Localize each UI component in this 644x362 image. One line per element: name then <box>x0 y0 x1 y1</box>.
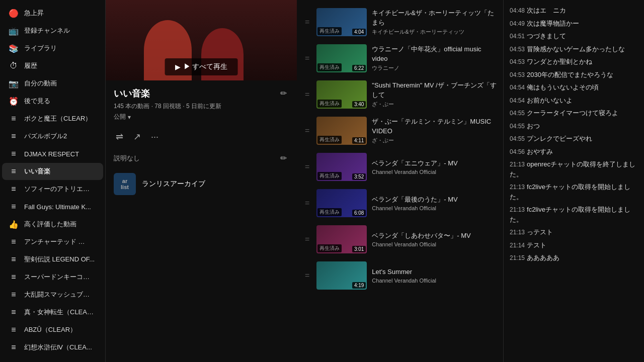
watched-badge: 再生済み <box>317 172 342 180</box>
video-title: ザ・ぶー「テルミン・テルミン」MUSIC VIDEO <box>372 117 497 135</box>
sidebar-item-playlist9[interactable]: ≡ スーパードンキーコ… <box>2 268 103 286</box>
duration-badge: 4:19 <box>352 282 366 289</box>
edit-description-icon[interactable]: ✏ <box>278 151 289 165</box>
chat-message: 04:54お前がいないよ <box>510 94 638 107</box>
video-info: キイチビール&ザ・ホーリーティッツ「たまら キイチビール&ザ・ホーリーティッツ <box>372 9 497 35</box>
video-item[interactable]: = 再生済み 3:40 "Sushi Theremin" MV /ザ・ブーチンズ… <box>297 76 503 113</box>
sidebar-label-playlist10: 大乱闘スマッシュブ… <box>24 290 90 299</box>
drag-handle-icon[interactable]: = <box>303 233 311 246</box>
sidebar-label-playlist3: DJMAX RESPECT <box>24 150 79 158</box>
chat-time: 21:14 <box>510 242 525 249</box>
drag-handle-icon[interactable]: = <box>303 88 311 101</box>
sidebar-icon-channels: 📺 <box>8 25 19 36</box>
duration-badge: 4:11 <box>352 137 366 144</box>
sidebar-item-playlist7[interactable]: ≡ アンチャーテッド … <box>2 233 103 250</box>
edit-title-icon[interactable]: ✏ <box>278 86 289 100</box>
duration-badge: 3:52 <box>352 173 366 180</box>
sidebar-item-history[interactable]: ⏱ 履歴 <box>2 57 103 74</box>
video-item[interactable]: = 再生済み 6:08 ベランダ「最後のうた」- MV Channel Vera… <box>297 185 503 221</box>
video-item[interactable]: = 4:19 Let's Summer Channel Verandah Off… <box>297 257 503 294</box>
chat-text: プンレクでビーズやれ <box>527 135 592 142</box>
chat-time: 04:53 <box>510 46 525 53</box>
sidebar-item-playlist13[interactable]: ≡ 幻想水滸伝Ⅳ（CLEA... <box>2 339 103 356</box>
chat-message: 04:532030年の配信でまたやろうな <box>510 68 638 81</box>
video-channel: Channel Verandah Official <box>372 205 497 211</box>
video-item[interactable]: = 再生済み 4:11 ザ・ぶー「テルミン・テルミン」MUSIC VIDEO ざ… <box>297 113 503 149</box>
sidebar-item-playlist3[interactable]: ≡ DJMAX RESPECT <box>2 145 103 162</box>
sidebar-item-playlist11[interactable]: ≡ 真・女神転生（CLEA… <box>2 304 103 321</box>
video-thumbnail: 再生済み 3:01 <box>316 225 367 253</box>
chat-message: 04:54俺はもういないよその頃 <box>510 81 638 94</box>
chat-time: 21:13 <box>510 229 525 236</box>
chat-time: 04:55 <box>510 123 525 130</box>
sidebar-item-channels[interactable]: 📺 登録チャンネル <box>2 22 103 39</box>
sidebar-item-liked[interactable]: 👍 高く評価した動画 <box>2 216 103 233</box>
watched-badge: 再生済み <box>317 27 342 35</box>
main-content: ▶ ▶ すべて再生 いい音楽 ✏ 145 本の動画 · 78 回視聴 · 5 日… <box>106 0 644 362</box>
drag-handle-icon[interactable]: = <box>303 124 311 137</box>
sidebar-item-kyuusho[interactable]: 🔴 急上昇 <box>2 5 103 22</box>
chat-text: 次は魔導物語かー <box>527 20 579 27</box>
sidebar-label-channels: 登録チャンネル <box>24 26 70 35</box>
chat-text: テスト <box>527 241 546 249</box>
sidebar-item-playlist12[interactable]: ≡ ABZÛ（CLEAR） <box>2 321 103 338</box>
chat-text: 次はエ ニカ <box>527 7 566 14</box>
duration-badge: 4:04 <box>352 29 366 35</box>
sidebar-item-playlist5[interactable]: ≡ ソフィーのアトリエ… <box>2 180 103 198</box>
sidebar-item-playlist10[interactable]: ≡ 大乱闘スマッシュブ… <box>2 286 103 303</box>
video-info: ザ・ぶー「テルミン・テルミン」MUSIC VIDEO ざ・ぶー <box>372 117 497 144</box>
chat-time: 21:13 <box>510 184 525 191</box>
video-item[interactable]: = 再生済み 6:22 ウラニーノ「中年花火」official music vi… <box>297 40 503 76</box>
chat-time: 04:53 <box>510 58 525 65</box>
sidebar-icon-library: 📚 <box>8 43 19 54</box>
sidebar-icon-playlist12: ≡ <box>8 324 19 335</box>
ranris-section[interactable]: ar list ランリスアーカイブ <box>106 168 297 200</box>
sidebar-item-myvideos[interactable]: 📷 自分の動画 <box>2 75 103 92</box>
chat-message: 04:51つづきまして <box>510 30 638 43</box>
share-icon[interactable]: ↗ <box>131 129 143 144</box>
chat-message: 04:49次は魔導物語かー <box>510 17 638 30</box>
playlist-visibility[interactable]: 公開 ▾ <box>114 113 289 121</box>
chat-time: 04:56 <box>510 148 525 155</box>
video-info: ウラニーノ「中年花火」official music video ウラニーノ <box>372 45 497 71</box>
drag-handle-icon[interactable]: = <box>303 160 311 173</box>
sidebar-item-playlist8[interactable]: ≡ 聖剣伝説 LEGEND OF... <box>2 251 103 268</box>
sidebar-label-library: ライブラリ <box>24 44 57 53</box>
video-title: Let's Summer <box>372 267 497 277</box>
chat-time: 04:55 <box>510 110 525 117</box>
video-item[interactable]: = 再生済み 3:52 ベランダ「エニウェア」- MV Channel Vera… <box>297 149 503 185</box>
chat-text: おやすみ <box>527 148 553 155</box>
more-icon[interactable]: ··· <box>149 130 160 144</box>
play-icon: ▶ <box>175 63 181 71</box>
video-thumbnail: 4:19 <box>316 261 367 290</box>
drag-handle-icon[interactable]: = <box>303 16 311 29</box>
sidebar-item-playlist6[interactable]: ≡ Fall Guys: Ultimate K... <box>2 198 103 215</box>
chat-text: お前がいないよ <box>527 97 573 104</box>
sidebar-item-playlist4[interactable]: ≡ いい音楽 <box>2 163 103 180</box>
video-channel: Channel Verandah Official <box>372 169 497 175</box>
shuffle-icon[interactable]: ⇌ <box>114 129 125 144</box>
sidebar-item-watchlater[interactable]: ⏰ 後で見る <box>2 93 103 110</box>
drag-handle-icon[interactable]: = <box>303 197 311 210</box>
sidebar-item-library[interactable]: 📚 ライブラリ <box>2 40 103 57</box>
chat-time: 21:13 <box>510 161 525 168</box>
video-title: ウラニーノ「中年花火」official music video <box>372 45 497 63</box>
video-thumbnail: 再生済み 4:04 <box>316 8 367 36</box>
sidebar-icon-liked: 👍 <box>8 219 19 230</box>
chat-time: 04:54 <box>510 84 525 91</box>
sidebar-icon-playlist5: ≡ <box>8 184 19 195</box>
video-item[interactable]: = 再生済み 3:01 ベランダ「しあわせバタ〜」- MV Channel Ve… <box>297 221 503 257</box>
sidebar-item-playlist2[interactable]: ≡ パズルボブル2 <box>2 128 103 145</box>
video-item[interactable]: = 再生済み 4:04 キイチビール&ザ・ホーリーティッツ「たまら キイチビール… <box>297 4 503 40</box>
sidebar-icon-playlist9: ≡ <box>8 272 19 283</box>
video-channel: ウラニーノ <box>372 64 497 72</box>
sidebar: 🔴 急上昇 📺 登録チャンネル 📚 ライブラリ ⏱ 履歴 📷 自分の動画 ⏰ 後… <box>0 0 106 362</box>
duration-badge: 3:40 <box>352 101 366 108</box>
visibility-label: 公開 <box>114 113 126 121</box>
chat-message: 04:53ワンダとか聖剣とかね <box>510 55 638 68</box>
sidebar-item-playlist1[interactable]: ≡ ボクと魔王（CLEAR） <box>2 110 103 127</box>
play-all-button[interactable]: ▶ ▶ すべて再生 <box>165 58 238 75</box>
drag-handle-icon[interactable]: = <box>303 269 311 282</box>
drag-handle-icon[interactable]: = <box>303 52 311 65</box>
watched-badge: 再生済み <box>317 244 342 252</box>
